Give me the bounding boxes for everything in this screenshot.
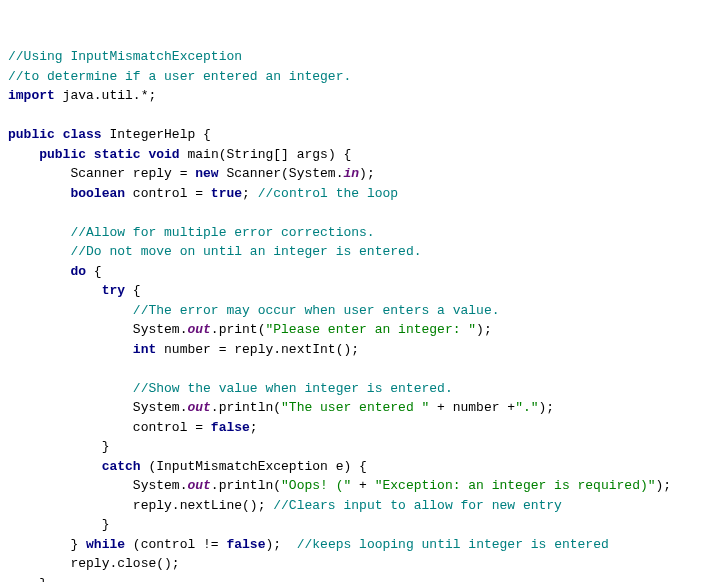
code-text: reply.close();: [70, 556, 179, 571]
static-field: out: [187, 478, 210, 493]
brace: {: [86, 264, 102, 279]
keyword-boolean: boolean: [70, 186, 125, 201]
comment-inline: //control the loop: [258, 186, 398, 201]
brace: }: [39, 576, 47, 583]
keyword-false: false: [211, 420, 250, 435]
code-text: .println(: [211, 400, 281, 415]
keyword-void: void: [148, 147, 179, 162]
comment-inline: //Clears input to allow for new entry: [273, 498, 562, 513]
keyword-catch: catch: [102, 459, 141, 474]
code-text: control =: [133, 420, 211, 435]
keyword-try: try: [102, 283, 125, 298]
import-statement: java.util.*;: [55, 88, 156, 103]
code-text: );: [656, 478, 672, 493]
code-text: System.: [133, 478, 188, 493]
comment-line: //The error may occur when user enters a…: [133, 303, 500, 318]
code-text: (control !=: [125, 537, 226, 552]
code-text: System.: [133, 400, 188, 415]
keyword-class: class: [63, 127, 102, 142]
code-text: );: [359, 166, 375, 181]
keyword-import: import: [8, 88, 55, 103]
code-text: + number +: [429, 400, 515, 415]
keyword-new: new: [195, 166, 218, 181]
keyword-public: public: [8, 127, 55, 142]
string-literal: ".": [515, 400, 538, 415]
string-literal: "The user entered ": [281, 400, 429, 415]
keyword-static: static: [94, 147, 141, 162]
code-text: number = reply.nextInt();: [156, 342, 359, 357]
brace: }: [102, 439, 110, 454]
static-field: out: [187, 400, 210, 415]
comment-line: //Do not move on until an integer is ent…: [70, 244, 421, 259]
comment-line: //Using InputMismatchException: [8, 49, 242, 64]
comment-inline: //keeps looping until integer is entered: [297, 537, 609, 552]
code-text: );: [265, 537, 296, 552]
code-text: Scanner(System.: [219, 166, 344, 181]
code-text: ;: [250, 420, 258, 435]
code-block: //Using InputMismatchException //to dete…: [8, 47, 698, 582]
keyword-while: while: [86, 537, 125, 552]
code-text: +: [351, 478, 374, 493]
keyword-public: public: [39, 147, 86, 162]
string-literal: "Exception: an integer is required)": [375, 478, 656, 493]
keyword-do: do: [70, 264, 86, 279]
keyword-true: true: [211, 186, 242, 201]
code-text: );: [476, 322, 492, 337]
code-text: System.: [133, 322, 188, 337]
code-text: );: [539, 400, 555, 415]
string-literal: "Please enter an integer: ": [265, 322, 476, 337]
brace: }: [102, 517, 110, 532]
code-text: control =: [125, 186, 211, 201]
static-field: in: [343, 166, 359, 181]
comment-line: //Allow for multiple error corrections.: [70, 225, 374, 240]
brace: }: [70, 537, 86, 552]
code-text: .println(: [211, 478, 281, 493]
static-field: out: [187, 322, 210, 337]
class-name: IntegerHelp {: [102, 127, 211, 142]
brace: {: [125, 283, 141, 298]
code-text: reply.nextLine();: [133, 498, 273, 513]
comment-line: //Show the value when integer is entered…: [133, 381, 453, 396]
keyword-false: false: [226, 537, 265, 552]
code-text: ;: [242, 186, 258, 201]
string-literal: "Oops! (": [281, 478, 351, 493]
catch-signature: (InputMismatchException e) {: [141, 459, 367, 474]
keyword-int: int: [133, 342, 156, 357]
comment-line: //to determine if a user entered an inte…: [8, 69, 351, 84]
code-text: Scanner reply =: [70, 166, 195, 181]
code-text: .print(: [211, 322, 266, 337]
method-signature: main(String[] args) {: [180, 147, 352, 162]
